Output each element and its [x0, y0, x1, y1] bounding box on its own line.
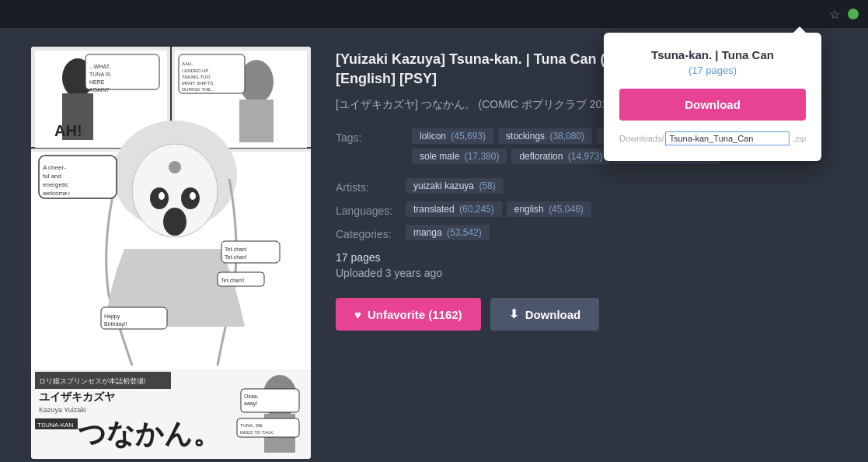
svg-point-29	[190, 192, 196, 200]
svg-text:I ENDED UP: I ENDED UP	[182, 68, 208, 73]
download-button-main[interactable]: ⬇ Download	[490, 298, 600, 331]
languages-label: Languages:	[336, 201, 406, 217]
categories-label: Categories:	[336, 225, 406, 240]
top-bar: ☆	[0, 0, 868, 28]
languages-value: translated (60,245) english (45,046)	[406, 201, 591, 217]
tag-translated[interactable]: translated (60,245)	[406, 201, 502, 217]
pages-count: 17 pages	[336, 251, 837, 264]
action-buttons: ♥ Unfavorite (1162) ⬇ Download	[336, 298, 837, 331]
heart-icon: ♥	[354, 308, 361, 321]
svg-text:MANY SHIFTS: MANY SHIFTS	[182, 81, 213, 86]
svg-text:Tet-chan!: Tet-chan!	[225, 254, 247, 260]
svg-text:Birthday!!: Birthday!!	[104, 321, 127, 327]
svg-text:...WHAT,: ...WHAT,	[89, 64, 110, 69]
upload-time: Uploaded 3 years ago	[336, 267, 837, 279]
svg-text:AH!: AH!	[54, 122, 82, 139]
svg-text:ロリ姫スプリンセスが本誌初登場!: ロリ姫スプリンセスが本誌初登場!	[39, 377, 146, 385]
path-input[interactable]	[665, 131, 789, 145]
artist-name: yuizaki kazuya	[413, 180, 474, 191]
svg-text:つなかん。: つなかん。	[78, 418, 221, 450]
popup-pages[interactable]: (17 pages)	[619, 65, 806, 76]
popup-title: Tsuna-kan. | Tuna Can	[619, 48, 806, 61]
svg-text:HERE: HERE	[89, 79, 105, 85]
download-popup-button[interactable]: Download	[619, 89, 806, 121]
tags-label: Tags:	[336, 128, 406, 144]
download-popup: Tsuna-kan. | Tuna Can (17 pages) Downloa…	[604, 33, 821, 161]
svg-text:TAKING TOO: TAKING TOO	[182, 75, 211, 79]
path-ext: .zip	[793, 134, 806, 143]
svg-text:Tet-chan!: Tet-chan!	[225, 247, 247, 252]
languages-row: Languages: translated (60,245) english (…	[336, 201, 837, 217]
tag-defloration[interactable]: defloration (14,973)	[511, 149, 610, 164]
cover-image: ...WHAT, TUNA IS HERE AGAIN? AAH, I ENDE…	[31, 47, 311, 459]
path-label: Downloads/	[619, 134, 664, 143]
tag-lolicon[interactable]: lolicon (45,693)	[412, 128, 493, 144]
svg-point-28	[159, 192, 165, 200]
artist-count: (58)	[479, 180, 495, 191]
star-icon[interactable]: ☆	[829, 7, 840, 22]
svg-point-31	[169, 161, 181, 173]
svg-rect-15	[239, 100, 274, 142]
svg-text:Kazuya Yuizaki: Kazuya Yuizaki	[39, 406, 86, 414]
categories-row: Categories: manga (53,542)	[336, 225, 837, 240]
tag-english[interactable]: english (45,046)	[507, 201, 591, 217]
download-label: Download	[525, 308, 581, 321]
svg-text:Okaa-: Okaa-	[244, 394, 260, 399]
svg-text:TSUNA-KAN: TSUNA-KAN	[37, 422, 73, 429]
svg-text:A cheer-: A cheer-	[43, 164, 66, 171]
svg-text:AAH,: AAH,	[182, 61, 193, 66]
tag-stockings[interactable]: stockings (38,080)	[498, 128, 592, 144]
svg-text:TUNA, WE: TUNA, WE	[240, 423, 263, 428]
svg-text:Tet-chan!!: Tet-chan!!	[221, 278, 245, 283]
categories-value: manga (53,542)	[406, 225, 490, 240]
svg-text:welcome♪: welcome♪	[42, 190, 71, 197]
svg-text:NEED TO TALK.: NEED TO TALK.	[240, 430, 275, 435]
svg-point-30	[163, 208, 186, 236]
svg-text:energetic: energetic	[43, 181, 68, 188]
svg-text:ful and: ful and	[43, 173, 61, 180]
svg-text:DURING THE...: DURING THE...	[182, 87, 215, 92]
svg-text:AGAIN?: AGAIN?	[89, 87, 110, 93]
download-path-row: Downloads/ .zip	[619, 131, 806, 145]
tag-artist[interactable]: yuizaki kazuya (58)	[406, 178, 504, 194]
tag-manga[interactable]: manga (53,542)	[406, 225, 490, 240]
svg-text:aaay!: aaay!	[244, 401, 257, 407]
artists-label: Artists:	[336, 178, 406, 194]
svg-text:Happy: Happy	[104, 313, 120, 320]
unfavorite-label: Unfavorite (1162)	[368, 308, 462, 321]
svg-text:ユイザキカズヤ: ユイザキカズヤ	[39, 390, 115, 403]
tag-sole-male[interactable]: sole male (17,380)	[412, 149, 507, 164]
download-icon: ⬇	[509, 307, 519, 321]
unfavorite-button[interactable]: ♥ Unfavorite (1162)	[336, 298, 481, 331]
status-dot	[848, 9, 859, 19]
artists-row: Artists: yuizaki kazuya (58)	[336, 178, 837, 194]
artists-value: yuizaki kazuya (58)	[406, 178, 504, 194]
svg-text:TUNA IS: TUNA IS	[89, 72, 111, 77]
